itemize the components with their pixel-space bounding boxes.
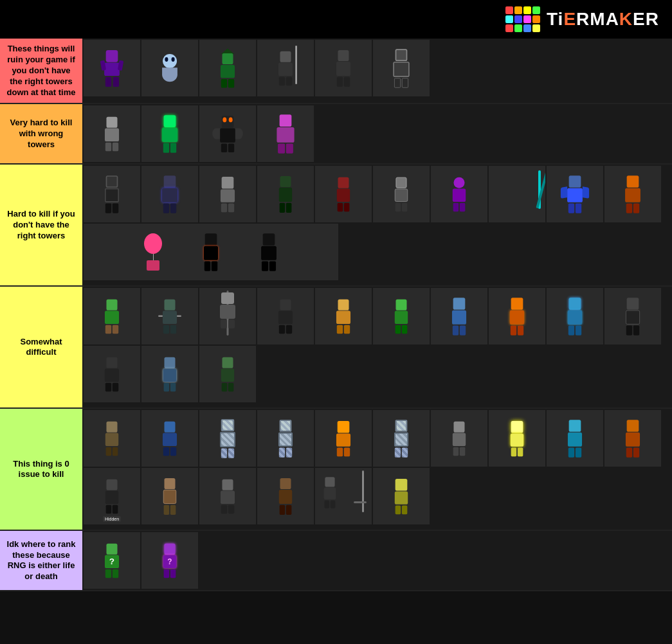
- list-item: [199, 468, 256, 524]
- tier-content-b: [82, 165, 672, 285]
- list-item: [84, 166, 140, 222]
- list-item: [604, 288, 661, 344]
- list-item: [199, 410, 256, 467]
- list-item: [199, 40, 256, 96]
- tier-content-e: ? ?: [82, 531, 672, 590]
- tier-row-e: Idk where to rank these because RNG is e…: [0, 531, 672, 591]
- tier-row-a: Very hard to kill with wrong towers: [0, 104, 672, 165]
- tier-content-s: [82, 39, 672, 103]
- list-item: [257, 288, 314, 344]
- list-item: [141, 410, 198, 467]
- list-item: [431, 288, 487, 344]
- list-item: [604, 410, 661, 467]
- list-item: [141, 40, 198, 96]
- header: TiERMAKER: [0, 0, 672, 39]
- list-item: [141, 166, 198, 222]
- list-item: [315, 410, 372, 467]
- list-item: [315, 288, 372, 344]
- list-item: [257, 468, 314, 524]
- list-item: [431, 166, 487, 222]
- list-item: [547, 288, 603, 344]
- list-item: [373, 410, 430, 467]
- list-item: [489, 166, 545, 222]
- list-item: [315, 166, 372, 222]
- tier-content-c: [82, 287, 672, 407]
- list-item: [199, 166, 256, 222]
- tier-row-b: Hard to kill if you don't have the right…: [0, 165, 672, 287]
- list-item: [84, 410, 140, 467]
- list-item: [84, 346, 140, 402]
- list-item: [257, 410, 314, 467]
- list-item: [183, 224, 239, 280]
- logo-dot: [532, 15, 540, 23]
- list-item: ?: [84, 532, 140, 589]
- list-item: [199, 346, 256, 402]
- logo-dot: [532, 6, 540, 14]
- logo-dot: [523, 6, 531, 14]
- tiermaker-logo: TiERMAKER: [505, 6, 659, 32]
- list-item: [199, 105, 256, 162]
- tier-label-d: This thing is 0 issue to kill: [0, 409, 82, 530]
- tier-row-s: These things will ruin your game if you …: [0, 39, 672, 104]
- logo-dot: [505, 6, 513, 14]
- list-item: [373, 288, 430, 344]
- tier-label-b: Hard to kill if you don't have the right…: [0, 165, 82, 285]
- logo-dot: [532, 24, 540, 32]
- list-item: [257, 166, 314, 222]
- logo-dot: [523, 15, 531, 23]
- logo-dot: [505, 15, 513, 23]
- tier-label-a: Very hard to kill with wrong towers: [0, 104, 82, 163]
- list-item: [141, 105, 198, 162]
- list-item: [373, 40, 430, 96]
- list-item: [241, 224, 297, 280]
- list-item: [141, 468, 198, 524]
- tier-content-d: Hidden: [82, 409, 672, 530]
- logo-dot: [505, 24, 513, 32]
- tier-label-s: These things will ruin your game if you …: [0, 39, 82, 103]
- list-item: [125, 224, 181, 280]
- list-item: [373, 468, 430, 524]
- list-item: ?: [141, 532, 198, 589]
- list-item: Hidden: [84, 468, 140, 524]
- list-item: [547, 410, 603, 467]
- list-item: [315, 468, 372, 524]
- list-item: [604, 166, 661, 222]
- list-item: [257, 105, 314, 162]
- list-item: [84, 288, 140, 344]
- list-item: [373, 166, 430, 222]
- list-item: [84, 40, 140, 96]
- tier-content-a: [82, 104, 672, 163]
- list-item: [547, 166, 603, 222]
- logo-dot: [514, 15, 522, 23]
- logo-dot: [523, 24, 531, 32]
- list-item: [141, 346, 198, 402]
- logo-grid: [505, 6, 540, 32]
- list-item: [199, 288, 256, 344]
- tiermaker-text: TiERMAKER: [547, 9, 659, 30]
- logo-dot: [514, 24, 522, 32]
- list-item: [489, 410, 545, 467]
- list-item: [431, 410, 487, 467]
- logo-dot: [514, 6, 522, 14]
- list-item: [84, 224, 338, 280]
- list-item: [315, 40, 372, 96]
- tier-row-d: This thing is 0 issue to kill: [0, 409, 672, 531]
- tier-label-c: Somewhat difficult: [0, 287, 82, 407]
- tier-label-e: Idk where to rank these because RNG is e…: [0, 531, 82, 590]
- tier-row-c: Somewhat difficult: [0, 287, 672, 409]
- list-item: [489, 288, 545, 344]
- list-item: [141, 288, 198, 344]
- list-item: [84, 105, 140, 162]
- list-item: [257, 40, 314, 96]
